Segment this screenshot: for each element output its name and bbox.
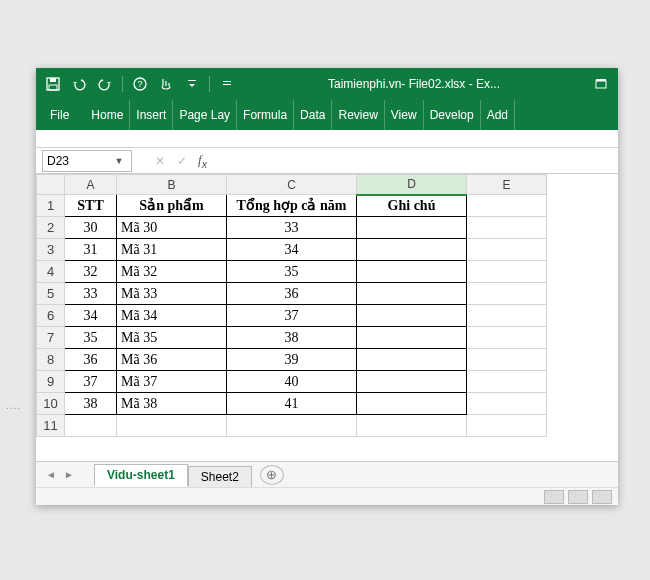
sheet-nav-prev-icon[interactable]: ◄	[42, 469, 60, 480]
col-header-A[interactable]: A	[65, 175, 117, 195]
cell-A2[interactable]: 30	[65, 217, 117, 239]
undo-icon[interactable]	[68, 73, 90, 95]
cell-B7[interactable]: Mã 35	[117, 327, 227, 349]
cell-B3[interactable]: Mã 31	[117, 239, 227, 261]
cell-B11[interactable]	[117, 415, 227, 437]
tab-add[interactable]: Add	[481, 100, 515, 130]
col-header-B[interactable]: B	[117, 175, 227, 195]
cancel-formula-icon[interactable]: ✕	[150, 154, 170, 168]
tab-file[interactable]: File	[40, 100, 79, 130]
tab-review[interactable]: Review	[332, 100, 384, 130]
cell-D3[interactable]	[357, 239, 467, 261]
cell-D11[interactable]	[357, 415, 467, 437]
cell-A10[interactable]: 38	[65, 393, 117, 415]
touch-mode-icon[interactable]	[155, 73, 177, 95]
cell-B10[interactable]: Mã 38	[117, 393, 227, 415]
cell-E5[interactable]	[467, 283, 547, 305]
cell-E11[interactable]	[467, 415, 547, 437]
cell-C3[interactable]: 34	[227, 239, 357, 261]
cell-E10[interactable]	[467, 393, 547, 415]
cell-C10[interactable]: 41	[227, 393, 357, 415]
cell-A7[interactable]: 35	[65, 327, 117, 349]
normal-view-icon[interactable]	[544, 490, 564, 504]
page-layout-view-icon[interactable]	[568, 490, 588, 504]
cell-D8[interactable]	[357, 349, 467, 371]
enter-formula-icon[interactable]: ✓	[172, 154, 192, 168]
add-sheet-button[interactable]: ⊕	[260, 465, 284, 485]
cell-E1[interactable]	[467, 195, 547, 217]
cell-A11[interactable]	[65, 415, 117, 437]
page-break-view-icon[interactable]	[592, 490, 612, 504]
cell-D2[interactable]	[357, 217, 467, 239]
col-header-E[interactable]: E	[467, 175, 547, 195]
sheet-tab-sheet2[interactable]: Sheet2	[188, 466, 252, 487]
col-header-C[interactable]: C	[227, 175, 357, 195]
cell-E6[interactable]	[467, 305, 547, 327]
tab-home[interactable]: Home	[85, 100, 130, 130]
cell-D1[interactable]: Ghi chú	[357, 195, 467, 217]
cell-E8[interactable]	[467, 349, 547, 371]
formula-input[interactable]	[207, 154, 618, 168]
cell-C8[interactable]: 39	[227, 349, 357, 371]
cell-D6[interactable]	[357, 305, 467, 327]
row-header-3[interactable]: 3	[37, 239, 65, 261]
help-icon[interactable]: ?	[129, 73, 151, 95]
cell-E2[interactable]	[467, 217, 547, 239]
row-header-4[interactable]: 4	[37, 261, 65, 283]
row-header-9[interactable]: 9	[37, 371, 65, 393]
cell-E3[interactable]	[467, 239, 547, 261]
cell-D9[interactable]	[357, 371, 467, 393]
fx-icon[interactable]: fx	[198, 152, 207, 170]
row-header-10[interactable]: 10	[37, 393, 65, 415]
tab-insert[interactable]: Insert	[130, 100, 173, 130]
cell-D5[interactable]	[357, 283, 467, 305]
cell-A8[interactable]: 36	[65, 349, 117, 371]
name-box-dropdown-icon[interactable]: ▼	[111, 156, 127, 166]
cell-C11[interactable]	[227, 415, 357, 437]
select-all-corner[interactable]	[37, 175, 65, 195]
row-header-2[interactable]: 2	[37, 217, 65, 239]
row-header-8[interactable]: 8	[37, 349, 65, 371]
cell-E7[interactable]	[467, 327, 547, 349]
more-commands-icon[interactable]	[216, 73, 238, 95]
cell-A1[interactable]: STT	[65, 195, 117, 217]
cell-A5[interactable]: 33	[65, 283, 117, 305]
cell-A3[interactable]: 31	[65, 239, 117, 261]
name-box[interactable]: ▼	[42, 150, 132, 172]
sheet-nav-next-icon[interactable]: ►	[60, 469, 78, 480]
cell-A6[interactable]: 34	[65, 305, 117, 327]
tab-formula[interactable]: Formula	[237, 100, 294, 130]
cell-B1[interactable]: Sản phẩm	[117, 195, 227, 217]
cell-D4[interactable]	[357, 261, 467, 283]
customize-qat-icon[interactable]	[181, 73, 203, 95]
cell-B2[interactable]: Mã 30	[117, 217, 227, 239]
cell-A4[interactable]: 32	[65, 261, 117, 283]
cell-B8[interactable]: Mã 36	[117, 349, 227, 371]
cell-E9[interactable]	[467, 371, 547, 393]
cell-B6[interactable]: Mã 34	[117, 305, 227, 327]
cell-C9[interactable]: 40	[227, 371, 357, 393]
tab-data[interactable]: Data	[294, 100, 332, 130]
tab-develop[interactable]: Develop	[424, 100, 481, 130]
cell-A9[interactable]: 37	[65, 371, 117, 393]
cell-C1[interactable]: Tổng hợp cả năm	[227, 195, 357, 217]
row-header-11[interactable]: 11	[37, 415, 65, 437]
row-header-7[interactable]: 7	[37, 327, 65, 349]
tab-pagelay[interactable]: Page Lay	[173, 100, 237, 130]
ribbon-display-icon[interactable]	[590, 73, 612, 95]
cell-C2[interactable]: 33	[227, 217, 357, 239]
cell-C6[interactable]: 37	[227, 305, 357, 327]
cell-D10[interactable]	[357, 393, 467, 415]
row-header-6[interactable]: 6	[37, 305, 65, 327]
cell-B4[interactable]: Mã 32	[117, 261, 227, 283]
redo-icon[interactable]	[94, 73, 116, 95]
cell-E4[interactable]	[467, 261, 547, 283]
sheet-tab-active[interactable]: Vidu-sheet1	[94, 464, 188, 487]
cell-B9[interactable]: Mã 37	[117, 371, 227, 393]
cell-D7[interactable]	[357, 327, 467, 349]
cell-C7[interactable]: 38	[227, 327, 357, 349]
row-header-5[interactable]: 5	[37, 283, 65, 305]
cell-B5[interactable]: Mã 33	[117, 283, 227, 305]
col-header-D[interactable]: D	[357, 175, 467, 195]
cell-C4[interactable]: 35	[227, 261, 357, 283]
